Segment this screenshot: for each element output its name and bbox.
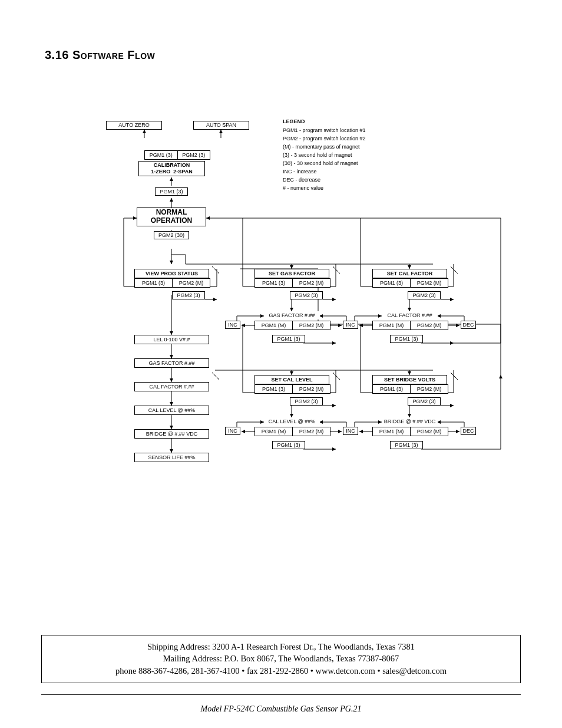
normal-operation-box: NORMAL OPERATION — [137, 207, 206, 226]
page-footer: Model FP-524C Combustible Gas Sensor PG.… — [0, 704, 562, 714]
set-gas-row2: PGM1 (M) PGM2 (M) — [254, 321, 330, 330]
svg-line-36 — [333, 373, 340, 380]
legend-item: (30) - 30 second hold of magnet — [283, 160, 366, 168]
view-prog-pgm2m: PGM2 (M) — [173, 279, 210, 287]
set-cl-pgm1-3: PGM1 (3) — [272, 441, 305, 449]
auto-zero-box: AUTO ZERO — [106, 121, 162, 130]
vp-row: SENSOR LIFE ##% — [134, 453, 209, 462]
section-title: 3.16 Software Flow — [45, 48, 155, 62]
set-bv-pgm1m: PGM1 (M) — [373, 427, 411, 436]
set-bv-pgm1: PGM1 (3) — [373, 385, 411, 393]
set-calf-pgm2m2: PGM2 (M) — [411, 321, 448, 330]
svg-line-37 — [451, 373, 458, 380]
inc-box: INC — [343, 427, 358, 435]
legend-item: INC - increase — [283, 168, 366, 176]
set-cl-pgm1: PGM1 (3) — [255, 385, 293, 393]
set-gas-title: SET GAS FACTOR — [254, 269, 329, 278]
cal-pgm1: PGM1 (3) — [145, 151, 178, 159]
view-prog-title: VIEW PROG STATUS — [134, 269, 209, 278]
set-calf-row2: PGM1 (M) PGM2 (M) — [372, 321, 448, 330]
set-gas-row1: PGM1 (3) PGM2 (M) — [254, 278, 330, 288]
cal-pgm2: PGM2 (3) — [178, 151, 210, 159]
set-cl-row2: PGM1 (M) PGM2 (M) — [254, 427, 330, 436]
set-gas-pgm2m: PGM2 (M) — [293, 279, 330, 287]
set-calf-pgm2-3: PGM2 (3) — [408, 291, 441, 299]
vp-row: LEL 0-100 V#.# — [134, 335, 209, 344]
svg-line-34 — [451, 266, 458, 274]
legend-item: PGM2 - program switch location #2 — [283, 135, 366, 143]
set-gas-pgm2-3: PGM2 (3) — [290, 291, 323, 299]
set-bv-row2: PGM1 (M) PGM2 (M) — [372, 427, 448, 436]
view-prog-pgmrow: PGM1 (3) PGM2 (M) — [134, 278, 210, 288]
normal-down-pgm2: PGM2 (30) — [154, 231, 189, 239]
svg-line-35 — [212, 373, 219, 380]
set-cl-pgm1m: PGM1 (M) — [255, 427, 293, 436]
set-gas-pgm2m2: PGM2 (M) — [293, 321, 330, 330]
vp-row: CAL FACTOR #.## — [134, 382, 209, 391]
set-gas-pgm1: PGM1 (3) — [255, 279, 293, 287]
contact-line: Shipping Address: 3200 A-1 Research Fore… — [47, 641, 515, 653]
set-bv-pgm2m2: PGM2 (M) — [411, 427, 448, 436]
set-cl-pgm2-3: PGM2 (3) — [290, 397, 323, 406]
dec-box: DEC — [461, 321, 476, 329]
legend-item: (M) - momentary pass of magnet — [283, 143, 366, 151]
set-gas-value: GAS FACTOR #.## — [264, 311, 320, 319]
legend-heading: LEGEND — [283, 118, 366, 126]
legend: LEGEND PGM1 - program switch location #1… — [283, 118, 366, 192]
set-cl-pgm2m: PGM2 (M) — [293, 385, 330, 393]
set-bv-pgm2-3: PGM2 (3) — [408, 397, 441, 406]
set-bv-pgm2m: PGM2 (M) — [411, 385, 448, 393]
set-calf-value: CAL FACTOR #.## — [382, 311, 438, 319]
svg-line-32 — [212, 266, 219, 274]
cal-up-pgm1: PGM1 (3) — [155, 187, 188, 196]
set-calf-pgm1m: PGM1 (M) — [373, 321, 411, 330]
svg-line-33 — [333, 266, 340, 274]
set-calf-row1: PGM1 (3) PGM2 (M) — [372, 278, 448, 288]
set-bv-row1: PGM1 (3) PGM2 (M) — [372, 384, 448, 394]
inc-box: INC — [225, 321, 240, 329]
set-bv-pgm1-3: PGM1 (3) — [390, 441, 423, 449]
vp-row: GAS FACTOR #.## — [134, 358, 209, 368]
contact-line: phone 888-367-4286, 281-367-4100 • fax 2… — [47, 665, 515, 677]
set-gas-pgm1m: PGM1 (M) — [255, 321, 293, 330]
set-cl-row1: PGM1 (3) PGM2 (M) — [254, 384, 330, 394]
set-cl-value: CAL LEVEL @ ##% — [264, 417, 320, 426]
inc-box: INC — [343, 321, 358, 329]
set-bv-title: SET BRIDGE VOLTS — [372, 375, 447, 384]
set-cl-pgm2m2: PGM2 (M) — [293, 427, 330, 436]
set-gas-pgm1-3: PGM1 (3) — [272, 335, 305, 343]
legend-item: PGM1 - program switch location #1 — [283, 127, 366, 135]
cal-pgm-row: PGM1 (3) PGM2 (3) — [144, 150, 210, 160]
set-cl-title: SET CAL LEVEL — [254, 375, 329, 384]
legend-item: # - numeric value — [283, 185, 366, 193]
view-prog-pgm1: PGM1 (3) — [135, 279, 173, 287]
contact-box: Shipping Address: 3200 A-1 Research Fore… — [41, 635, 521, 683]
view-prog-pgm2-3: PGM2 (3) — [172, 291, 205, 299]
dec-box: DEC — [461, 427, 476, 435]
set-calf-title: SET CAL FACTOR — [372, 269, 447, 278]
software-flow-diagram: LEGEND PGM1 - program switch location #1… — [88, 118, 513, 483]
set-calf-pgm1-3: PGM1 (3) — [390, 335, 423, 343]
vp-row: CAL LEVEL @ ##% — [134, 406, 209, 415]
legend-item: DEC - decrease — [283, 176, 366, 185]
inc-box: INC — [225, 427, 240, 435]
calibration-box: CALIBRATION 1-ZERO 2-SPAN — [138, 161, 205, 176]
set-bv-value: BRIDGE @ #.## VDC — [382, 417, 438, 426]
set-calf-pgm2m: PGM2 (M) — [411, 279, 448, 287]
auto-span-box: AUTO SPAN — [193, 121, 249, 130]
vp-row: BRIDGE @ #.## VDC — [134, 429, 209, 439]
set-calf-pgm1: PGM1 (3) — [373, 279, 411, 287]
divider — [41, 694, 521, 695]
legend-item: (3) - 3 second hold of magnet — [283, 151, 366, 160]
contact-line: Mailing Address: P.O. Box 8067, The Wood… — [47, 653, 515, 664]
